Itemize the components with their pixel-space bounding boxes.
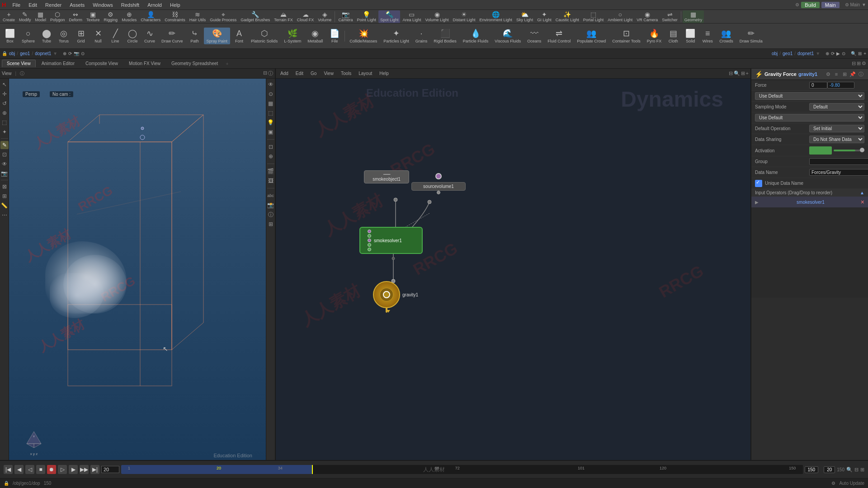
tool-model[interactable]: ▦Model xyxy=(33,10,48,23)
tl-zoom-in[interactable]: 🔍 xyxy=(846,467,853,473)
tool-env-light[interactable]: 🌐Environment Light xyxy=(478,10,514,23)
tool-spot-light[interactable]: 🔦Spot Light xyxy=(378,10,401,23)
tl-record-btn[interactable]: ⏺ xyxy=(47,465,56,474)
tool-volume[interactable]: ◈Volume xyxy=(316,10,333,23)
tool-draw-simula[interactable]: ✏Draw Simula xyxy=(737,28,765,44)
tab-scene-view[interactable]: Scene View xyxy=(2,60,36,67)
rp-input-ops-value[interactable]: smokesolver1 xyxy=(797,200,825,205)
shape-line[interactable]: ╱Line xyxy=(107,28,123,44)
vpr-grid3[interactable]: ⊞ xyxy=(267,220,275,228)
rp-group-input[interactable] xyxy=(809,158,868,165)
tool-portal[interactable]: ⬚Portal Light xyxy=(581,10,606,23)
tool-grains[interactable]: ·Grains xyxy=(413,28,430,44)
node-sourcevolume1[interactable]: sourcevolume1 xyxy=(411,184,466,191)
menu-edit[interactable]: Edit xyxy=(25,1,41,9)
ne-help[interactable]: Help xyxy=(377,70,392,77)
vp-tool-rotate[interactable]: ↺ xyxy=(0,99,9,108)
vpr-light[interactable]: 💡 xyxy=(267,118,275,127)
rp-force-y-input[interactable] xyxy=(827,82,854,89)
tool-container[interactable]: ⊡Container Tools xyxy=(609,28,643,44)
tool-fluid-ctrl[interactable]: ⇌Fluid Control xyxy=(545,28,573,44)
tl-start-btn[interactable]: |◀ xyxy=(4,465,13,474)
tl-stop-btn[interactable]: ■ xyxy=(36,465,45,474)
tool-camera[interactable]: 📷Camera xyxy=(336,10,354,23)
tl-ff-btn[interactable]: ▶▶ xyxy=(80,465,89,474)
tool-terrain[interactable]: ⛰Terrain FX xyxy=(272,10,295,23)
tool-rigid[interactable]: ⬛Rigid Bodies xyxy=(431,28,459,44)
vp-tool-handle[interactable]: ✦ xyxy=(0,128,9,136)
tool-distant-light[interactable]: ☀Distant Light xyxy=(451,10,477,23)
rp-delete-btn[interactable]: × xyxy=(861,198,864,206)
tool-constraints[interactable]: ⛓Constraints xyxy=(163,10,187,23)
rp-unique-checkbox[interactable]: ✓ xyxy=(755,180,762,187)
rp-data-sharing-select[interactable]: Do Not Share Data xyxy=(809,136,864,143)
tl-end-btn[interactable]: ▶| xyxy=(90,465,99,474)
tool-crowds[interactable]: 👥Crowds xyxy=(717,28,736,44)
vpr-img[interactable]: 🖼 xyxy=(267,177,275,185)
tl-frame-input[interactable] xyxy=(101,466,119,473)
rp-use-default2-select[interactable]: Use Default xyxy=(755,114,864,122)
shape-platonic[interactable]: ⬡Platonic Solids xyxy=(248,28,280,44)
tool-deform[interactable]: ↭Deform xyxy=(67,10,85,23)
shape-null[interactable]: ✕Null xyxy=(90,28,106,44)
vpr-obj[interactable]: ⊕ xyxy=(267,152,275,160)
shape-path[interactable]: ⤷Path xyxy=(187,28,203,44)
shape-grid[interactable]: ⊞Grid xyxy=(73,28,89,44)
tab-add-btn[interactable]: + xyxy=(226,61,228,66)
rp-data-name-input[interactable] xyxy=(809,169,868,176)
shape-box[interactable]: ⬜Box xyxy=(2,28,18,44)
tool-particle-fluids[interactable]: 💧Particle Fluids xyxy=(460,28,491,44)
bc-geo1-right[interactable]: geo1 xyxy=(783,51,793,56)
tool-cloudfx[interactable]: ☁Cloud FX xyxy=(295,10,316,23)
tool-characters[interactable]: 👤Characters xyxy=(139,10,162,23)
ne-zoom[interactable]: 🔍 xyxy=(734,70,740,76)
ne-view[interactable]: View xyxy=(321,70,336,77)
status-auto-update[interactable]: Auto Update xyxy=(839,481,864,486)
nav-cube[interactable]: Y x y z xyxy=(23,428,45,451)
ne-layout[interactable]: Layout xyxy=(356,70,375,77)
tool-cloth[interactable]: ▤Cloth xyxy=(665,28,681,44)
tool-geometry[interactable]: ▦Geometry xyxy=(683,10,704,23)
tool-area-light[interactable]: ▭Area Light xyxy=(401,10,423,23)
vp-view-tab[interactable]: View xyxy=(2,71,12,76)
tool-muscles[interactable]: ⊕Muscles xyxy=(120,10,138,23)
vpr-photo[interactable]: 📸 xyxy=(267,201,275,209)
tool-particles[interactable]: ✦Particles Light xyxy=(381,28,412,44)
tool-ambient[interactable]: ○Ambient Light xyxy=(606,10,634,23)
tool-viscous[interactable]: 🌊Viscous Fluids xyxy=(492,28,524,44)
tl-grid-icon[interactable]: ⊞ xyxy=(860,467,864,473)
tab-composite-view[interactable]: Composite View xyxy=(80,60,123,67)
vpr-vis2[interactable]: ⊙ xyxy=(267,90,275,98)
tab-animation-editor[interactable]: Animation Editor xyxy=(37,60,80,67)
rp-icon-pin[interactable]: 📌 xyxy=(849,70,856,78)
vp-info[interactable]: ⓘ xyxy=(268,70,273,77)
build-badge[interactable]: Build xyxy=(801,2,819,8)
panel-settings[interactable]: ⚙ xyxy=(862,61,866,66)
tool-texture[interactable]: ▣Texture xyxy=(85,10,102,23)
vp-tool-paint[interactable]: ✎ xyxy=(0,141,9,149)
rp-sampling-select[interactable]: Default xyxy=(809,103,864,111)
rp-icon-gear[interactable]: ⚙ xyxy=(825,70,832,78)
vp-tool-extras[interactable]: ⋯ xyxy=(0,211,9,219)
tool-gi-light[interactable]: ✦GI Light xyxy=(535,10,553,23)
vp-tool-measure[interactable]: 📏 xyxy=(0,202,9,210)
vp-tool-cam-2[interactable]: 📷 xyxy=(0,169,9,178)
cam-badge[interactable]: No cam : xyxy=(50,91,73,97)
tool-point-light[interactable]: 💡Point Light xyxy=(355,10,378,23)
rp-icon-grid[interactable]: ⊞ xyxy=(841,70,848,78)
rp-activation-slider[interactable] xyxy=(834,150,864,151)
tool-solid[interactable]: ⬜Solid xyxy=(682,28,698,44)
vp-tool-transform[interactable]: ⬚ xyxy=(0,118,9,127)
shape-sphere[interactable]: ○Sphere xyxy=(19,28,38,44)
shape-spray-paint[interactable]: 🎨Spray Paint xyxy=(204,28,231,44)
vpr-render[interactable]: 🎬 xyxy=(267,167,275,175)
vp-tool-pose[interactable]: ⊡ xyxy=(0,150,9,159)
shape-curve[interactable]: ∿Curve xyxy=(142,28,158,44)
bc-dopnet1-right[interactable]: dopnet1 xyxy=(797,51,814,56)
tab-geometry-spreadsheet[interactable]: Geometry Spreadsheet xyxy=(166,60,223,67)
tool-oceans[interactable]: 〰Oceans xyxy=(524,28,544,44)
ne-split[interactable]: ⊟ xyxy=(729,70,733,76)
tool-populate[interactable]: 👥Populate Crowd xyxy=(574,28,609,44)
tool-pyrofx[interactable]: 🔥Pyro FX xyxy=(644,28,665,44)
tool-sky-light[interactable]: ⛅Sky Light xyxy=(514,10,535,23)
